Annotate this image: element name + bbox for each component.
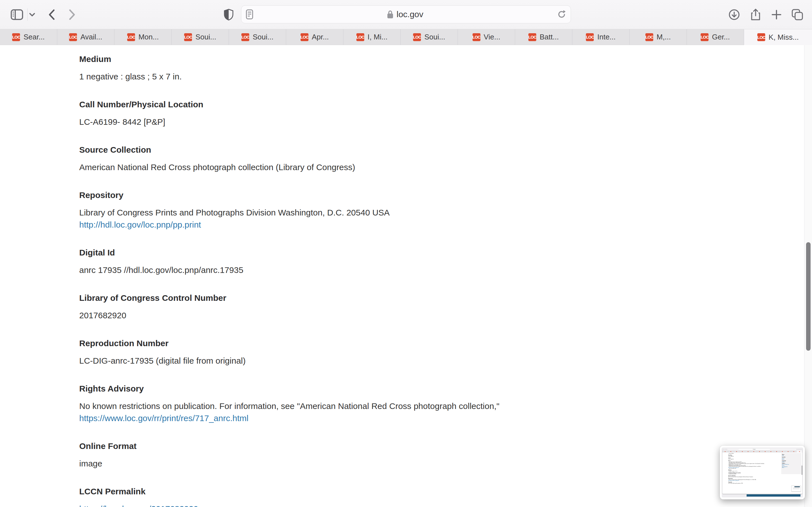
- tab-label: Soui...: [253, 33, 273, 41]
- mini-section-value: - France- Meuse: [728, 453, 779, 454]
- mini-facet-label: Dates: [782, 454, 801, 455]
- mini-favicon: [770, 451, 771, 452]
- section-link[interactable]: http://hdl.loc.gov/loc.pnp/pp.print: [79, 220, 201, 229]
- mini-facet-link: 1918: [782, 455, 801, 456]
- forward-icon: [68, 8, 77, 21]
- plus-icon: [771, 9, 782, 20]
- screenshot-preview-thumbnail[interactable]: loc.gov- France- MeuseHeadingsGlass nega…: [720, 446, 805, 499]
- section-label: Source Collection: [79, 145, 727, 155]
- reader-icon[interactable]: [246, 9, 253, 19]
- section-link[interactable]: https://www.loc.gov/rr/print/res/717_anr…: [79, 413, 248, 423]
- section-label: LCCN Permalink: [79, 487, 727, 496]
- tab-5[interactable]: LOCSoui...: [229, 29, 286, 45]
- mini-tab: [791, 451, 797, 453]
- screenshot-preview-window: loc.gov- France- MeuseHeadingsGlass nega…: [722, 448, 802, 494]
- mini-favicon: [765, 451, 765, 452]
- tab-14-active[interactable]: LOCK, Miss...: [744, 29, 812, 45]
- section-label: Reproduction Number: [79, 339, 727, 348]
- tab-4[interactable]: LOCSoui...: [172, 29, 229, 45]
- section-label: Repository: [79, 190, 727, 200]
- mini-browser: loc.gov- France- MeuseHeadingsGlass nega…: [722, 448, 802, 494]
- screenshot-preview-screen: loc.gov- France- MeuseHeadingsGlass nega…: [722, 448, 803, 497]
- tab-7[interactable]: LOCI, Mi...: [343, 29, 401, 45]
- mini-toolbar-icon: [801, 449, 802, 450]
- section-text: Library of Congress Prints and Photograp…: [79, 208, 390, 217]
- mini-toolbar-icon: [798, 449, 799, 450]
- mini-left-column: - France- MeuseHeadingsGlass negatives.G…: [728, 453, 779, 484]
- back-button[interactable]: [44, 7, 59, 22]
- address-bar[interactable]: loc.gov: [241, 5, 571, 23]
- tab-12[interactable]: LOCM,...: [629, 29, 687, 45]
- mini-facet-sidebar: Dates1918LocationFranceMeuseLanguageEngl…: [781, 453, 802, 474]
- mini-favicon: [742, 451, 743, 452]
- privacy-report-button[interactable]: [221, 7, 237, 22]
- section-value: Library of Congress Prints and Photograp…: [79, 207, 727, 231]
- section-text: image: [79, 459, 102, 468]
- section-value: anrc 17935 //hdl.loc.gov/loc.pnp/anrc.17…: [79, 264, 727, 276]
- download-icon: [728, 9, 740, 20]
- mini-section-value: - Temp. note: Batch 39.: [728, 468, 779, 469]
- mini-tab: [774, 451, 779, 453]
- tab-overview-button[interactable]: [790, 7, 805, 22]
- tab-13[interactable]: LOCGer...: [687, 29, 744, 45]
- sidebar-menu-button[interactable]: [26, 7, 38, 22]
- share-icon: [751, 8, 761, 21]
- loc-favicon: LOC: [241, 33, 249, 41]
- tab-6[interactable]: LOCApr...: [286, 29, 343, 45]
- mini-section-value: American National Red Cross photograph c…: [728, 476, 779, 477]
- mini-facet-label: Language: [782, 460, 801, 461]
- tab-1[interactable]: LOCSear...: [0, 29, 57, 45]
- section-text: No known restrictions on publication. Fo…: [79, 401, 499, 411]
- loc-favicon: LOC: [413, 33, 421, 41]
- refresh-icon[interactable]: [557, 10, 566, 19]
- tab-label: Inte...: [597, 33, 615, 41]
- section-value: https://lccn.loc.gov/2017682920: [79, 503, 727, 507]
- back-icon: [47, 8, 56, 21]
- sidebar-toggle-button[interactable]: [9, 7, 25, 22]
- downloads-button[interactable]: [726, 7, 742, 22]
- loc-favicon: LOC: [586, 33, 594, 41]
- tab-label: Vie...: [484, 33, 500, 41]
- mini-tab: [722, 451, 728, 453]
- tab-label: M,...: [657, 33, 671, 41]
- section-value: 1 negative : glass ; 5 x 7 in.: [79, 70, 727, 82]
- sidebar-icon: [10, 9, 23, 20]
- url-text: loc.gov: [396, 10, 423, 19]
- mini-tab: [734, 451, 740, 453]
- mini-section-value: http://hdl.loc.gov/loc.pnp/pp.print: [728, 480, 779, 481]
- scrollbar-track[interactable]: [804, 45, 812, 507]
- mini-body: - France- MeuseHeadingsGlass negatives.G…: [722, 452, 802, 484]
- mini-favicon: [782, 451, 783, 452]
- section-text: LC-A6199- 8442 [P&P]: [79, 117, 165, 126]
- mini-footer-bar: [747, 494, 801, 497]
- loc-favicon: LOC: [69, 33, 77, 41]
- mini-toolbar-icon: [725, 449, 725, 450]
- tab-8[interactable]: LOCSoui...: [401, 29, 458, 45]
- mini-favicon: [725, 451, 725, 452]
- mini-scrollbar-thumb: [802, 466, 802, 475]
- mini-section-value: Glass negatives.: [728, 456, 779, 457]
- tab-2[interactable]: LOCAvail...: [57, 29, 114, 45]
- loc-favicon: LOC: [701, 33, 709, 41]
- metadata-section: Online Formatimage: [79, 441, 727, 469]
- mini-tab: [751, 451, 756, 453]
- mini-facet-link: Meuse: [782, 459, 801, 460]
- mini-tab: [768, 451, 774, 453]
- loc-favicon: LOC: [645, 33, 653, 41]
- section-link[interactable]: https://lccn.loc.gov/2017682920: [79, 504, 198, 507]
- share-button[interactable]: [748, 7, 763, 22]
- tab-label: I, Mi...: [368, 33, 388, 41]
- nested-thumbnail-line: [793, 488, 799, 489]
- new-tab-button[interactable]: [769, 7, 784, 22]
- mini-section-value: Glass negatives: [728, 459, 779, 459]
- tab-9[interactable]: LOCVie...: [458, 29, 515, 45]
- forward-button[interactable]: [64, 7, 80, 22]
- tab-11[interactable]: LOCInte...: [572, 29, 629, 45]
- tab-3[interactable]: LOCMon...: [114, 29, 172, 45]
- mini-tab: [757, 451, 762, 453]
- tab-label: Mon...: [139, 33, 159, 41]
- section-value: American National Red Cross photograph c…: [79, 161, 727, 173]
- scrollbar-thumb[interactable]: [806, 242, 811, 351]
- mini-facet-label: Location: [782, 457, 801, 457]
- tab-10[interactable]: LOCBatt...: [515, 29, 572, 45]
